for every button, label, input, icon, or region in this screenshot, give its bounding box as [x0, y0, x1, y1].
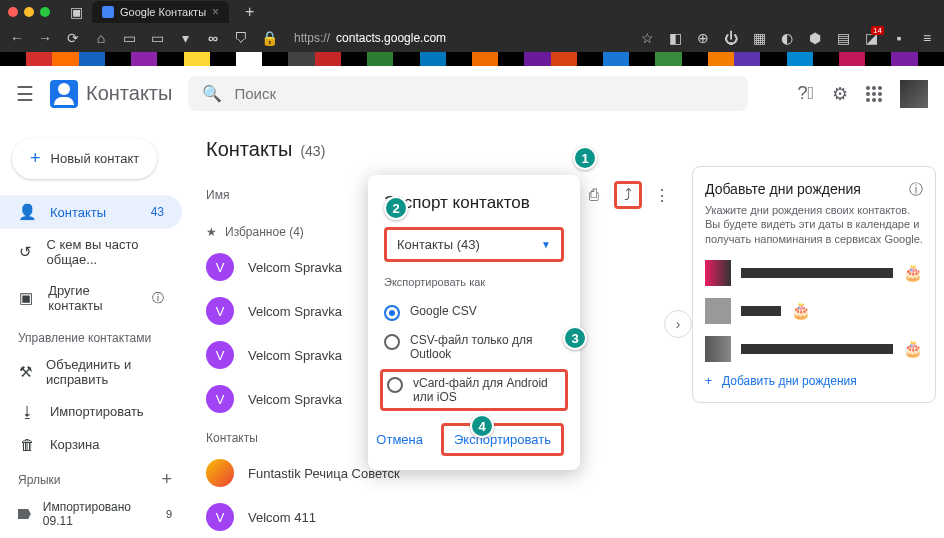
download-icon: ⭳ [18, 403, 36, 420]
sidebar-item-trash[interactable]: 🗑 Корзина [0, 428, 182, 461]
nav-back-icon[interactable]: ← [8, 30, 26, 46]
birthday-card: Добавьте дни рождения ⓘ Укажите дни рожд… [692, 166, 936, 403]
hamburger-icon[interactable]: ☰ [16, 82, 34, 106]
star-icon[interactable]: ☆ [638, 30, 656, 46]
ext-icon[interactable]: ◪14 [862, 30, 880, 46]
step-badge-3: 3 [563, 326, 587, 350]
window-minimize[interactable] [24, 7, 34, 17]
sidebar-item-contacts[interactable]: 👤 Контакты 43 [0, 195, 182, 229]
avatar: V [206, 503, 234, 531]
export-option-google-csv[interactable]: Google CSV [384, 298, 564, 327]
url-bar[interactable]: https://contacts.google.com [288, 29, 628, 47]
step-badge-4: 4 [470, 414, 494, 438]
nav-icon[interactable]: ∞ [204, 30, 222, 46]
info-icon[interactable]: ⓘ [909, 181, 923, 199]
merge-icon: ⚒ [18, 363, 32, 381]
browser-tab[interactable]: Google Контакты × [92, 1, 229, 23]
power-icon[interactable]: ⏻ [722, 30, 740, 46]
sidebar-item-merge[interactable]: ⚒ Объединить и исправить [0, 349, 182, 395]
ext-icon[interactable]: ◧ [666, 30, 684, 46]
nav-home-icon[interactable]: ⌂ [92, 30, 110, 46]
radio-icon [384, 305, 400, 321]
add-label-icon[interactable]: + [161, 469, 172, 490]
sidebar-item-frequent[interactable]: ↺ С кем вы часто общае... [0, 229, 182, 275]
cancel-button[interactable]: Отмена [366, 423, 433, 456]
window-close[interactable] [8, 7, 18, 17]
tab-favicon [102, 6, 114, 18]
bday-suggestion[interactable]: 🎂 [705, 298, 923, 324]
avatar: V [206, 385, 234, 413]
settings-icon[interactable]: ⚙ [832, 83, 848, 105]
nav-icon[interactable]: ▾ [176, 30, 194, 46]
help-icon[interactable]: ?⃝ [797, 83, 814, 104]
shield-icon[interactable]: ⛉ [232, 30, 250, 46]
search-input[interactable] [234, 85, 734, 102]
ext-icon[interactable]: ⬢ [806, 30, 824, 46]
sidebar-label[interactable]: Импортировано 17.03.2... [0, 534, 190, 538]
browser-chrome: ▣ Google Контакты × + ← → ⟳ ⌂ ▭ ▭ ▾ ∞ ⛉ … [0, 0, 944, 66]
ext-icon[interactable]: ◐ [778, 30, 796, 46]
avatar: V [206, 341, 234, 369]
export-source-select[interactable]: Контакты (43) ▼ [384, 227, 564, 262]
window-maximize[interactable] [40, 7, 50, 17]
logo[interactable]: Контакты [50, 80, 172, 108]
more-icon[interactable]: ⋮ [648, 181, 676, 209]
new-tab-button[interactable]: + [237, 3, 262, 21]
export-option-vcard[interactable]: vCard-файл для Android или iOS [380, 369, 568, 411]
export-option-outlook-csv[interactable]: CSV-файл только для Outlook [384, 327, 564, 367]
account-avatar[interactable] [900, 80, 928, 108]
contact-name: Velcom Spravka [248, 348, 342, 363]
sidebar-toggle-icon[interactable]: ▣ [68, 4, 84, 20]
sidebar-label[interactable]: Импортировано 09.11 9 [0, 494, 190, 534]
bday-suggestion[interactable]: 🎂 [705, 260, 923, 286]
ext-icon[interactable]: ⊕ [694, 30, 712, 46]
print-icon[interactable]: ⎙ [580, 181, 608, 209]
nav-forward-icon[interactable]: → [36, 30, 54, 46]
page-title: Контакты [206, 138, 292, 161]
app-header: ☰ Контакты 🔍 ?⃝ ⚙ [0, 66, 944, 122]
ext-icon[interactable]: ▤ [834, 30, 852, 46]
modal-title: Экспорт контактов [384, 193, 564, 213]
radio-icon [384, 334, 400, 350]
app-title: Контакты [86, 82, 172, 105]
cake-icon[interactable]: 🎂 [903, 339, 923, 358]
nav-icon[interactable]: ▭ [148, 30, 166, 46]
caret-down-icon: ▼ [541, 239, 551, 250]
search-box[interactable]: 🔍 [188, 76, 748, 111]
sidebar-item-import[interactable]: ⭳ Импортировать [0, 395, 182, 428]
export-button[interactable]: Экспортировать [441, 423, 564, 456]
cake-icon[interactable]: 🎂 [791, 301, 811, 320]
ext-icon[interactable]: ▦ [750, 30, 768, 46]
cake-icon[interactable]: 🎂 [903, 263, 923, 282]
scroll-right-icon[interactable]: › [664, 310, 692, 338]
apps-grid-icon[interactable] [866, 86, 882, 102]
menu-icon[interactable]: ≡ [918, 30, 936, 46]
ext-icon[interactable]: ▪ [890, 30, 908, 46]
trash-icon: 🗑 [18, 436, 36, 453]
plus-icon: + [705, 374, 712, 388]
sidebar: + Новый контакт 👤 Контакты 43 ↺ С кем вы… [0, 122, 190, 538]
avatar [206, 459, 234, 487]
bday-desc: Укажите дни рождения своих контактов. Вы… [705, 203, 923, 246]
label-icon [18, 509, 31, 519]
bday-suggestion[interactable]: 🎂 [705, 336, 923, 362]
sidebar-section-labels: Ярлыки + [0, 461, 190, 494]
tab-title: Google Контакты [120, 6, 206, 18]
tab-close-icon[interactable]: × [212, 5, 219, 19]
history-icon: ↺ [18, 243, 32, 261]
export-icon[interactable]: ⤴ [614, 181, 642, 209]
avatar: V [206, 253, 234, 281]
new-contact-label: Новый контакт [51, 151, 140, 166]
contacts-logo-icon [50, 80, 78, 108]
new-contact-button[interactable]: + Новый контакт [12, 138, 157, 179]
nav-reload-icon[interactable]: ⟳ [64, 30, 82, 46]
contact-row[interactable]: VVelcom 411 [202, 495, 680, 538]
add-birthdays-link[interactable]: + Добавить дни рождения [705, 374, 923, 388]
star-icon: ★ [206, 225, 217, 239]
nav-icon[interactable]: ▭ [120, 30, 138, 46]
lock-icon: 🔒 [260, 30, 278, 46]
contact-name: Velcom 411 [248, 510, 316, 525]
person-icon: 👤 [18, 203, 36, 221]
sidebar-item-other[interactable]: ▣ Другие контакты ⓘ [0, 275, 182, 321]
plus-icon: + [30, 148, 41, 169]
